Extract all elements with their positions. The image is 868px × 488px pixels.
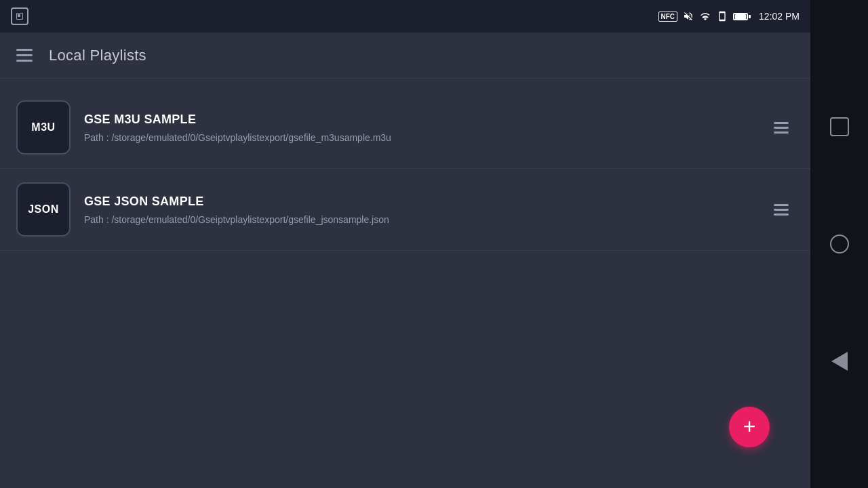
add-playlist-button[interactable]: + [729, 407, 770, 447]
nfc-icon: NFC [658, 12, 678, 22]
playlist-name-json: GSE JSON SAMPLE [84, 195, 755, 209]
mute-icon [683, 11, 694, 22]
hamburger-menu-button[interactable] [16, 49, 33, 62]
playlist-thumbnail-m3u: M3U [16, 100, 71, 155]
status-time: 12:02 PM [759, 11, 800, 22]
page-title: Local Playlists [49, 47, 146, 64]
playlist-path-json: Path : /storage/emulated/0/Gseiptvplayli… [84, 214, 755, 225]
thumbnail-label-json: JSON [28, 203, 59, 216]
wifi-icon [699, 11, 711, 22]
home-button[interactable] [825, 229, 854, 259]
status-bar-left [11, 7, 652, 25]
playlist-thumbnail-json: JSON [16, 182, 71, 237]
playlist-name-m3u: GSE M3U SAMPLE [84, 113, 755, 127]
playlist-info-m3u: GSE M3U SAMPLE Path : /storage/emulated/… [84, 113, 755, 143]
app-container: NFC 12:02 PM [0, 0, 810, 488]
add-icon: + [743, 415, 756, 437]
app-notification-icon [11, 7, 28, 25]
recent-apps-button[interactable] [825, 112, 854, 142]
back-arrow-icon [831, 352, 848, 371]
toolbar: Local Playlists [0, 33, 810, 79]
square-icon [830, 117, 849, 136]
status-bar: NFC 12:02 PM [0, 0, 810, 33]
phone-icon [717, 11, 728, 22]
system-nav-bar [810, 0, 868, 488]
thumbnail-label-m3u: M3U [31, 121, 55, 134]
playlist-path-m3u: Path : /storage/emulated/0/Gseiptvplayli… [84, 132, 755, 143]
playlist-menu-button-json[interactable] [768, 199, 794, 221]
playlist-list: M3U GSE M3U SAMPLE Path : /storage/emula… [0, 79, 810, 488]
playlist-item-json[interactable]: JSON GSE JSON SAMPLE Path : /storage/emu… [0, 169, 810, 251]
back-button[interactable] [825, 346, 854, 376]
circle-icon [830, 235, 849, 253]
playlist-info-json: GSE JSON SAMPLE Path : /storage/emulated… [84, 195, 755, 225]
playlist-menu-button-m3u[interactable] [768, 117, 794, 139]
battery-icon [733, 13, 751, 20]
playlist-item-m3u[interactable]: M3U GSE M3U SAMPLE Path : /storage/emula… [0, 87, 810, 169]
status-bar-icons: NFC 12:02 PM [658, 11, 800, 22]
